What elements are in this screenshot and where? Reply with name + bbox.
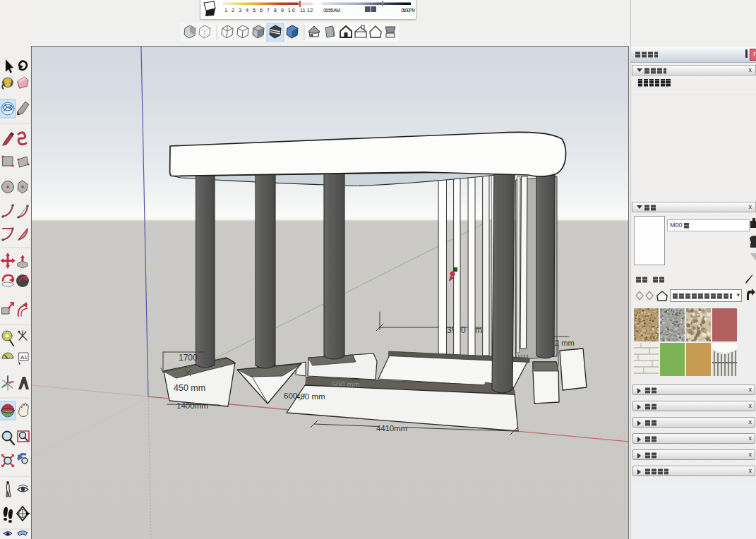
svg-text:11 12: 11 12 — [300, 7, 313, 13]
svg-text:06:55 AM: 06:55 AM — [323, 8, 340, 13]
svg-text:1400mm: 1400mm — [176, 401, 208, 410]
svg-text:1 2 3 4 5 6 7 8 9 10: 1 2 3 4 5 6 7 8 9 10 — [224, 7, 295, 13]
svg-text:A1: A1 — [20, 354, 28, 361]
svg-text:4410mm: 4410mm — [376, 424, 407, 432]
svg-text:450 mm: 450 mm — [174, 383, 205, 393]
svg-text:490 mm: 490 mm — [296, 392, 325, 401]
svg-text:3900 mm: 3900 mm — [447, 325, 482, 335]
svg-text:05:00 PM: 05:00 PM — [401, 8, 415, 13]
svg-text:1700: 1700 — [179, 353, 198, 363]
